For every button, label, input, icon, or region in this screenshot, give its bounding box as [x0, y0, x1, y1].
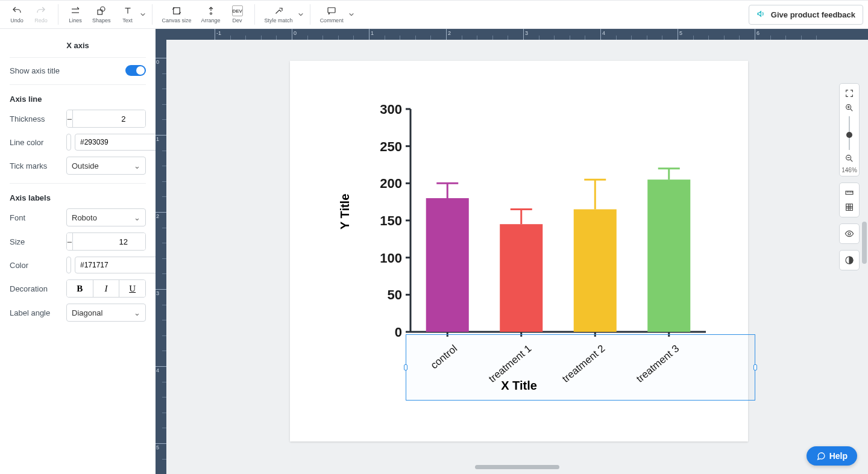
- thickness-stepper[interactable]: − +: [66, 110, 146, 128]
- size-stepper[interactable]: − +: [66, 232, 146, 251]
- font-label: Font: [10, 213, 25, 222]
- svg-rect-6: [328, 8, 335, 13]
- vertical-scrollbar[interactable]: [862, 222, 867, 264]
- chevron-down-icon: ⌄: [134, 308, 140, 317]
- grid-toggle-button[interactable]: [841, 200, 857, 214]
- y-axis-title[interactable]: Y Title: [338, 194, 352, 229]
- shapes-icon: [96, 5, 107, 16]
- arrange-label: Arrange: [201, 17, 221, 23]
- text-button[interactable]: Text: [116, 1, 140, 28]
- svg-text:100: 100: [380, 251, 402, 266]
- canvas-size-icon: [171, 5, 182, 16]
- comment-label: Comment: [320, 17, 344, 23]
- svg-rect-31: [574, 210, 617, 332]
- underline-button[interactable]: U: [119, 280, 145, 297]
- horizontal-scrollbar[interactable]: [475, 465, 559, 469]
- canvas-workspace: -10123456 012345 Y Title 050100150200250…: [156, 29, 868, 474]
- svg-rect-42: [846, 204, 853, 211]
- label-angle-select[interactable]: Diagonal ⌄: [66, 304, 146, 322]
- zoom-in-button[interactable]: [841, 101, 857, 115]
- vertical-ruler[interactable]: 012345: [156, 40, 166, 474]
- style-match-icon: [273, 5, 284, 16]
- line-color-input[interactable]: [75, 134, 156, 151]
- contrast-button[interactable]: [841, 253, 857, 267]
- size-input[interactable]: [73, 233, 146, 250]
- style-match-button[interactable]: Style match: [260, 1, 298, 28]
- axis-labels-heading: Axis labels: [10, 193, 146, 202]
- dev-label: Dev: [233, 17, 242, 23]
- line-color-label: Line color: [10, 138, 43, 147]
- undo-button[interactable]: Undo: [5, 1, 29, 28]
- undo-icon: [11, 5, 22, 16]
- selection-handle-right[interactable]: [753, 364, 757, 370]
- svg-point-5: [210, 13, 212, 14]
- canvas-viewport[interactable]: Y Title 050100150200250300 controltreatm…: [166, 40, 868, 474]
- font-select[interactable]: Roboto ⌄: [66, 208, 146, 226]
- help-button[interactable]: Help: [807, 446, 857, 466]
- comment-icon: [326, 5, 337, 16]
- shapes-label: Shapes: [92, 17, 111, 23]
- bar-chart[interactable]: Y Title 050100150200250300 controltreatm…: [326, 97, 712, 386]
- lines-button[interactable]: Lines: [63, 1, 87, 28]
- tick-marks-select[interactable]: Outside ⌄: [66, 157, 146, 175]
- comment-caret-icon[interactable]: [348, 9, 356, 20]
- label-angle-label: Label angle: [10, 308, 50, 317]
- thickness-decrement[interactable]: −: [67, 110, 73, 127]
- text-caret-icon[interactable]: [140, 9, 147, 20]
- thickness-label: Thickness: [10, 114, 45, 123]
- svg-text:300: 300: [380, 102, 402, 117]
- horizontal-ruler[interactable]: -10123456: [166, 29, 868, 40]
- product-feedback-button[interactable]: Give product feedback: [749, 5, 863, 25]
- line-color-swatch[interactable]: [66, 134, 71, 151]
- svg-rect-4: [174, 8, 180, 14]
- italic-button[interactable]: I: [93, 280, 120, 297]
- panel-title: X axis: [10, 37, 146, 58]
- visibility-button[interactable]: [841, 226, 857, 241]
- tick-marks-label: Tick marks: [10, 161, 47, 170]
- selection-handle-left[interactable]: [404, 364, 407, 370]
- canvas-paper[interactable]: Y Title 050100150200250300 controltreatm…: [290, 61, 748, 441]
- fullscreen-button[interactable]: [841, 86, 857, 101]
- text-label: Text: [122, 17, 133, 23]
- decoration-label: Decoration: [10, 284, 48, 293]
- redo-label: Redo: [34, 17, 48, 23]
- properties-panel: X axis Show axis title Axis line Thickne…: [0, 29, 156, 474]
- redo-icon: [36, 5, 46, 16]
- megaphone-icon: [756, 9, 766, 20]
- tick-marks-value: Outside: [72, 161, 99, 170]
- style-match-label: Style match: [265, 17, 293, 23]
- label-color-input[interactable]: [75, 257, 156, 273]
- arrange-icon: [206, 5, 216, 16]
- arrange-button[interactable]: Arrange: [197, 1, 225, 28]
- shapes-button[interactable]: Shapes: [87, 1, 116, 28]
- canvas-size-button[interactable]: Canvas size: [157, 1, 197, 28]
- svg-point-43: [848, 232, 851, 235]
- thickness-input[interactable]: [73, 110, 146, 127]
- chevron-down-icon: ⌄: [134, 213, 140, 222]
- svg-text:50: 50: [388, 287, 402, 302]
- ruler-toggle-button[interactable]: [841, 186, 857, 200]
- chat-icon: [816, 451, 826, 461]
- zoom-tools: 146%: [839, 83, 860, 270]
- dev-button[interactable]: DEV Dev: [225, 1, 250, 28]
- x-axis-title[interactable]: X Title: [290, 379, 748, 393]
- zoom-out-button[interactable]: [841, 151, 857, 166]
- undo-label: Undo: [10, 17, 24, 23]
- size-decrement[interactable]: −: [67, 233, 73, 250]
- bold-button[interactable]: B: [67, 280, 93, 297]
- svg-text:200: 200: [380, 176, 402, 191]
- show-axis-title-toggle[interactable]: [125, 65, 146, 76]
- svg-text:0: 0: [395, 325, 402, 340]
- svg-rect-23: [426, 198, 469, 332]
- size-label: Size: [10, 237, 25, 246]
- redo-button[interactable]: Redo: [29, 1, 53, 28]
- zoom-slider[interactable]: [849, 116, 850, 150]
- style-match-caret-icon[interactable]: [298, 9, 305, 20]
- label-color-swatch[interactable]: [66, 257, 71, 273]
- font-value: Roboto: [72, 213, 97, 222]
- show-axis-title-label: Show axis title: [10, 66, 60, 75]
- axis-line-heading: Axis line: [10, 95, 146, 104]
- zoom-thumb[interactable]: [846, 132, 852, 138]
- comment-button[interactable]: Comment: [315, 1, 348, 28]
- lines-label: Lines: [69, 17, 82, 23]
